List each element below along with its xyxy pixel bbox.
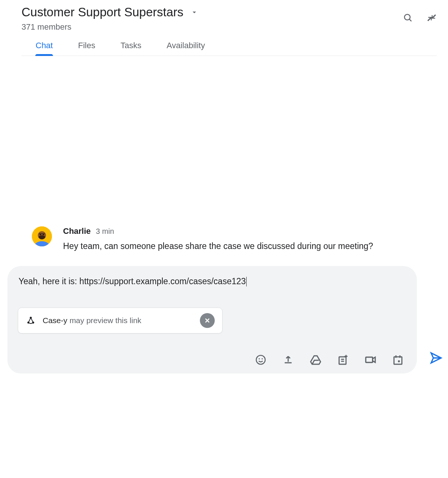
- create-doc-icon[interactable]: [337, 353, 349, 366]
- dropdown-caret-icon[interactable]: [190, 8, 198, 16]
- chip-close-button[interactable]: [200, 313, 215, 328]
- text-cursor: [246, 277, 247, 286]
- tab-availability[interactable]: Availability: [167, 41, 205, 56]
- calendar-icon[interactable]: [392, 353, 404, 366]
- composer-text: Yeah, here it is: https://support.exampl…: [19, 276, 246, 286]
- svg-rect-7: [39, 233, 45, 234]
- message-composer: Yeah, here it is: https://support.exampl…: [7, 266, 417, 374]
- message-list: Charlie 3 min Hey team, can someone plea…: [0, 226, 448, 253]
- svg-point-6: [43, 234, 44, 235]
- svg-line-1: [409, 19, 411, 21]
- message-timestamp: 3 min: [96, 227, 114, 236]
- avatar[interactable]: [32, 226, 52, 246]
- svg-rect-16: [339, 357, 346, 364]
- svg-rect-19: [366, 357, 372, 362]
- chat-header: Customer Support Superstars 371 members …: [0, 0, 448, 56]
- svg-point-15: [261, 358, 263, 359]
- svg-point-14: [258, 358, 260, 359]
- upload-icon[interactable]: [282, 353, 294, 366]
- webhook-icon: [26, 315, 36, 326]
- svg-point-0: [405, 14, 410, 20]
- svg-point-5: [40, 234, 41, 235]
- svg-rect-20: [394, 357, 402, 364]
- chip-suffix: may preview this link: [69, 316, 141, 325]
- composer-toolbar: [18, 353, 406, 366]
- search-icon[interactable]: [403, 13, 413, 23]
- message-item: Charlie 3 min Hey team, can someone plea…: [22, 226, 426, 253]
- drive-icon[interactable]: [309, 353, 322, 366]
- chip-app-name: Case-y: [43, 316, 67, 325]
- collapse-icon[interactable]: [426, 13, 437, 23]
- message-author: Charlie: [63, 226, 91, 236]
- message-text: Hey team, can someone please share the c…: [63, 240, 397, 253]
- send-button[interactable]: [429, 351, 443, 365]
- tab-chat[interactable]: Chat: [36, 41, 53, 56]
- tabs-bar: Chat Files Tasks Availability: [22, 32, 437, 56]
- emoji-icon[interactable]: [254, 353, 267, 366]
- video-icon[interactable]: [364, 353, 377, 366]
- svg-point-23: [398, 360, 400, 362]
- svg-point-13: [256, 355, 265, 364]
- composer-input[interactable]: Yeah, here it is: https://support.exampl…: [18, 276, 406, 287]
- link-preview-chip[interactable]: Case-y may preview this link: [18, 308, 223, 333]
- tab-tasks[interactable]: Tasks: [121, 41, 141, 56]
- space-title[interactable]: Customer Support Superstars: [22, 5, 184, 19]
- member-count: 371 members: [22, 22, 437, 32]
- tab-files[interactable]: Files: [78, 41, 95, 56]
